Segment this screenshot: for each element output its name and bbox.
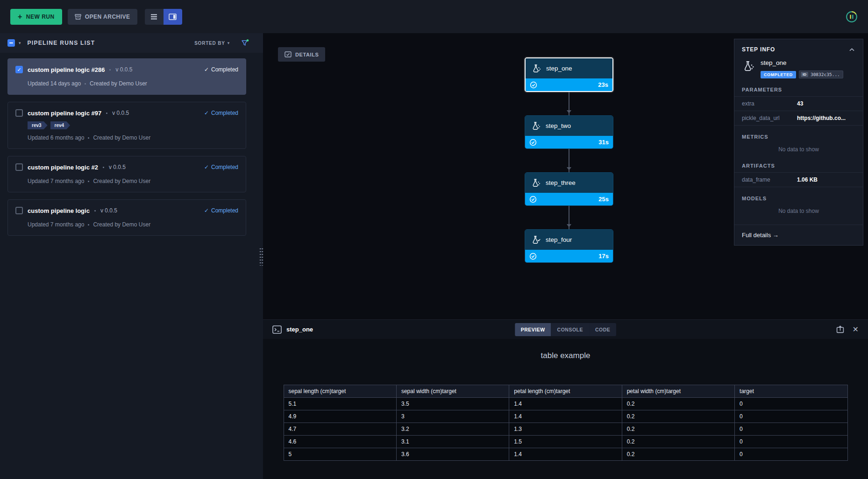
preview-panel: step_one PREVIEW CONSOLE CODE ✕	[263, 319, 868, 479]
artifacts-rows: data_frame 1.06 KB	[734, 172, 863, 187]
parameter-row: extra 43	[734, 97, 863, 111]
run-status: ✓Completed	[204, 110, 238, 116]
run-card-2[interactable]: ✓ custom pipeline logic #2 v 0.0.5 ✓Comp…	[7, 156, 246, 192]
table-cell: 3.2	[396, 423, 509, 436]
run-meta: Updated 7 months ago Created by Demo Use…	[15, 221, 238, 228]
table-cell: 0	[735, 398, 847, 410]
sidebar-resize-handle[interactable]	[259, 247, 264, 266]
run-checkbox[interactable]: ✓	[15, 66, 23, 73]
run-checkbox[interactable]: ✓	[15, 109, 23, 117]
pipeline-runs-sidebar: ✓ ▾ PIPELINE RUNS LIST SORTED BY ▾ ✓	[0, 33, 263, 479]
node-header: step_three	[525, 173, 613, 193]
table-header-cell: petal length (cm)target	[509, 385, 622, 398]
tab-preview[interactable]: PREVIEW	[515, 323, 551, 336]
table-cell: 5.1	[284, 398, 396, 410]
plus-icon: +	[18, 13, 22, 21]
split-view-icon	[169, 14, 177, 20]
full-details-link[interactable]: Full details →	[734, 225, 863, 245]
check-icon: ✓	[204, 110, 209, 116]
artifact-row: data_frame 1.06 KB	[734, 173, 863, 187]
topbar: + NEW RUN OPEN ARCHIVE	[0, 0, 868, 33]
run-created: Created by Demo User	[93, 221, 150, 228]
filter-button[interactable]	[241, 39, 249, 47]
check-icon: ✓	[204, 66, 209, 73]
table-cell: 3.5	[396, 398, 509, 410]
table-cell: 0	[735, 423, 847, 436]
models-empty-state: No data to show	[734, 205, 863, 216]
artifact-value: 1.06 KB	[797, 176, 855, 183]
preview-table: sepal length (cm)targetsepal width (cm)t…	[284, 385, 848, 461]
tag-rev3[interactable]: rev3	[28, 121, 48, 129]
dag-node-step-one[interactable]: step_one 23s	[525, 57, 613, 92]
preview-step-name: step_one	[286, 326, 313, 333]
run-checkbox[interactable]: ✓	[15, 207, 23, 214]
table-cell: 3.1	[396, 436, 509, 448]
split-view-toggle[interactable]	[164, 9, 182, 25]
run-updated: Updated 6 months ago	[28, 134, 84, 141]
tab-code[interactable]: CODE	[589, 323, 616, 336]
table-cell: 3	[396, 410, 509, 423]
node-header: step_one	[526, 58, 612, 78]
tab-console[interactable]: CONSOLE	[551, 323, 589, 336]
run-title: custom pipeline logic	[28, 207, 90, 214]
table-cell: 1.5	[509, 436, 622, 448]
run-meta: Updated 14 days ago Created by Demo User	[15, 80, 238, 87]
dot-separator	[88, 181, 89, 182]
new-run-button[interactable]: + NEW RUN	[10, 9, 62, 25]
open-archive-button[interactable]: OPEN ARCHIVE	[68, 9, 137, 25]
run-id-badge[interactable]: ID 30832c35...	[799, 70, 843, 78]
sidebar-title: PIPELINE RUNS LIST	[28, 40, 95, 46]
status-badge: COMPLETED	[761, 71, 796, 78]
node-name: step_four	[546, 236, 572, 243]
parameter-value: 43	[797, 100, 855, 107]
tag-rev4[interactable]: rev4	[50, 121, 71, 129]
dag-canvas[interactable]: DETAILS step_one	[263, 33, 868, 319]
dag-node-step-two[interactable]: step_two 31s	[525, 115, 613, 149]
open-archive-label: OPEN ARCHIVE	[85, 14, 130, 20]
step-info-step: step_one COMPLETED ID 30832c35...	[734, 57, 863, 78]
open-in-new-button[interactable]	[836, 325, 844, 333]
run-created: Created by Demo User	[90, 80, 147, 87]
table-header-cell: petal width (cm)target	[622, 385, 734, 398]
run-card-97[interactable]: ✓ custom pipeline logic #97 v 0.0.5 ✓Com…	[7, 102, 246, 149]
dot-separator	[103, 167, 104, 168]
run-status: ✓Completed	[204, 207, 238, 214]
metrics-section-title: METRICS	[734, 126, 863, 143]
node-duration: 31s	[598, 139, 609, 146]
run-card-row: ✓ custom pipeline logic #2 v 0.0.5 ✓Comp…	[15, 163, 238, 171]
sorted-by-label: SORTED BY	[194, 41, 225, 46]
list-view-toggle[interactable]	[145, 9, 164, 25]
run-meta: Updated 6 months ago Created by Demo Use…	[15, 134, 238, 141]
select-all-checkbox[interactable]: ✓	[7, 39, 15, 47]
table-row: 4.63.11.50.20	[284, 436, 847, 448]
table-cell: 3.6	[396, 448, 509, 461]
app-body: ✓ ▾ PIPELINE RUNS LIST SORTED BY ▾ ✓	[0, 33, 868, 479]
table-cell: 1.4	[509, 410, 622, 423]
run-tags: rev3 rev4	[28, 121, 238, 129]
run-card-plain[interactable]: ✓ custom pipeline logic v 0.0.5 ✓Complet…	[7, 199, 246, 236]
run-created: Created by Demo User	[93, 134, 150, 141]
pipeline-dag: step_one 23s	[525, 57, 613, 263]
collapse-panel-button[interactable]	[848, 47, 855, 52]
step-name: step_one	[761, 59, 843, 66]
table-cell: 0.2	[622, 448, 734, 461]
check-circle-icon	[530, 81, 537, 89]
run-checkbox[interactable]: ✓	[15, 163, 23, 171]
table-header-cell: sepal length (cm)target	[284, 385, 396, 398]
close-preview-button[interactable]: ✕	[853, 326, 859, 333]
step-flask-icon	[531, 64, 541, 73]
parameters-rows: extra 43 pickle_data_url https://github.…	[734, 96, 863, 126]
dag-node-step-three[interactable]: step_three 25s	[525, 172, 613, 206]
step-flask-icon	[531, 235, 541, 245]
details-button[interactable]: DETAILS	[278, 47, 325, 62]
chevron-up-icon	[849, 48, 854, 51]
filter-funnel-icon	[241, 39, 249, 47]
select-dropdown-chevron-icon[interactable]: ▾	[19, 41, 21, 45]
dot-separator	[109, 69, 111, 70]
run-card-286[interactable]: ✓ custom pipeline logic #286 v 0.0.5 ✓Co…	[7, 58, 246, 95]
run-meta: Updated 7 months ago Created by Demo Use…	[15, 178, 238, 184]
sorted-by-button[interactable]: SORTED BY ▾	[194, 41, 230, 46]
node-status-bar: 17s	[525, 250, 613, 262]
pause-indicator-icon[interactable]	[846, 11, 858, 23]
dag-node-step-four[interactable]: step_four 17s	[525, 229, 613, 263]
